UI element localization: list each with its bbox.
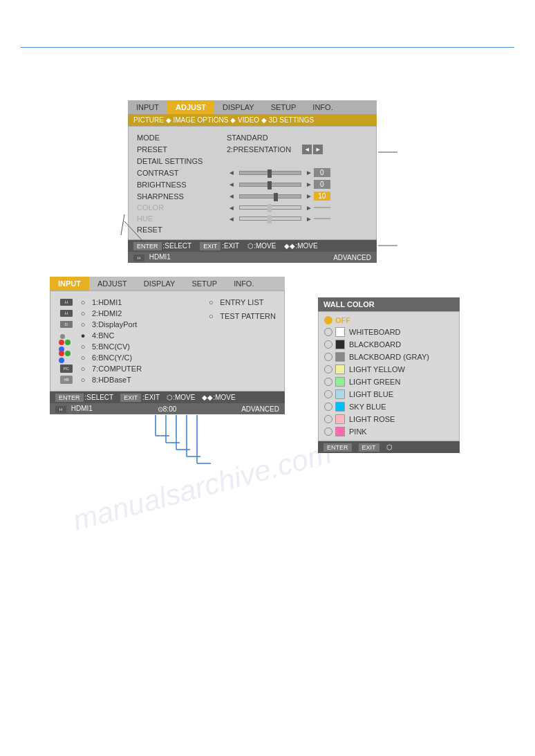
- input-body-layout: H ○ 1:HDMI1 H ○ 2:HDMI2 D: [59, 297, 276, 385]
- wc-light-yellow[interactable]: LIGHT YELLOW: [324, 363, 453, 376]
- input-menu: INPUT ADJUST DISPLAY SETUP INFO. H ○ 1:H…: [50, 277, 285, 414]
- hue-track: [239, 216, 301, 221]
- input-advanced: ADVANCED: [241, 405, 279, 413]
- tab-adjust[interactable]: ADJUST: [167, 100, 214, 114]
- wc-light-rose[interactable]: LIGHT ROSE: [324, 413, 453, 425]
- input-time: ⊙8:00: [158, 405, 176, 413]
- exit-label: EXIT:EXIT: [200, 242, 239, 250]
- wc-pink[interactable]: PINK: [324, 425, 453, 438]
- input-bnc-yc[interactable]: ○ 6:BNC(Y/C): [59, 352, 184, 363]
- wc-light-green-radio: [324, 378, 332, 386]
- wc-sky-blue[interactable]: SKY BLUE: [324, 400, 453, 413]
- color-value: [314, 207, 330, 208]
- tab-input[interactable]: INPUT: [128, 100, 167, 114]
- sharpness-row: SHARPNESS ◄ ► 10: [137, 190, 368, 202]
- input-enter-btn[interactable]: ENTER: [55, 394, 84, 402]
- tab-display[interactable]: DISPLAY: [214, 100, 263, 114]
- tab-info[interactable]: INFO.: [304, 100, 341, 114]
- input-tab-info[interactable]: INFO.: [225, 277, 262, 291]
- mode-value: STANDARD: [227, 133, 368, 142]
- input-bnc-cv[interactable]: ○ 5:BNC(CV): [59, 341, 184, 352]
- sharpness-slider[interactable]: ◄ ► 10: [227, 192, 368, 201]
- wc-light-green-label: LIGHT GREEN: [349, 378, 400, 386]
- dp-icon: D: [59, 320, 74, 329]
- input-hdmi2[interactable]: H ○ 2:HDMI2: [59, 308, 184, 319]
- input-dp[interactable]: D ○ 3:DisplayPort: [59, 319, 184, 330]
- hue-row: HUE ◄ ►: [137, 213, 368, 224]
- wc-light-green[interactable]: LIGHT GREEN: [324, 376, 453, 388]
- hdmi-icon-2: H: [60, 310, 73, 317]
- input-exit-btn[interactable]: EXIT: [120, 394, 141, 402]
- hdmi1-label: 1:HDMI1: [92, 298, 122, 306]
- input-hdbaset[interactable]: HB ○ 8:HDBaseT: [59, 374, 184, 385]
- enter-btn[interactable]: ENTER: [133, 242, 162, 250]
- wc-exit-btn[interactable]: EXIT: [359, 443, 381, 451]
- brightness-row: BRIGHTNESS ◄ ► 0: [137, 178, 368, 190]
- input-computer[interactable]: PC ○ 7:COMPUTER: [59, 363, 184, 374]
- wc-off[interactable]: OFF: [324, 315, 453, 326]
- entry-list-radio: ○: [205, 298, 217, 306]
- brightness-thumb: [268, 181, 272, 190]
- wc-off-label: OFF: [335, 316, 350, 324]
- wc-blackboard-label: BLACKBOARD: [349, 340, 401, 349]
- mode-label: MODE: [137, 133, 227, 142]
- input-tab-setup[interactable]: SETUP: [183, 277, 225, 291]
- wc-whiteboard[interactable]: WHITEBOARD: [324, 326, 453, 338]
- dp-radio: ○: [77, 320, 89, 329]
- wall-color-header: WALL COLOR: [318, 297, 460, 311]
- exit-btn[interactable]: EXIT: [200, 242, 220, 250]
- tab-setup[interactable]: SETUP: [263, 100, 305, 114]
- bnc-yc-label: 6:BNC(Y/C): [92, 353, 132, 362]
- wc-enter-btn[interactable]: ENTER: [323, 443, 353, 451]
- test-pattern-row[interactable]: ○ TEST PATTERN: [205, 311, 276, 322]
- watermark: manualsarchive.com: [69, 436, 335, 537]
- preset-right-arrow[interactable]: ►: [313, 145, 323, 154]
- contrast-slider[interactable]: ◄ ► 0: [227, 168, 368, 177]
- wc-light-green-swatch: [335, 377, 345, 387]
- source-label: H HDMI1: [133, 253, 171, 261]
- sharpness-label: SHARPNESS: [137, 192, 227, 201]
- sharpness-right-arrow: ►: [306, 192, 312, 200]
- hue-thumb: [268, 215, 272, 223]
- sharpness-left-arrow: ◄: [228, 192, 235, 200]
- contrast-track: [239, 171, 301, 175]
- sharpness-value: 10: [314, 192, 330, 201]
- wc-light-blue[interactable]: LIGHT BLUE: [324, 388, 453, 400]
- hdmi2-radio: ○: [77, 309, 89, 317]
- bnc-radio: ●: [77, 331, 89, 340]
- brightness-track: [239, 183, 301, 187]
- wc-sort-label: ⬡: [386, 443, 393, 451]
- menu-tabs: INPUT ADJUST DISPLAY SETUP INFO.: [128, 100, 377, 114]
- wc-blackboard[interactable]: BLACKBOARD: [324, 338, 453, 351]
- wc-blackboard-gray-radio: [324, 353, 332, 361]
- entry-list-row[interactable]: ○ ENTRY LIST: [205, 297, 276, 308]
- advanced-label: ADVANCED: [333, 254, 371, 261]
- preset-left-arrow[interactable]: ◄: [302, 145, 312, 154]
- top-separator-line: [21, 47, 514, 48]
- hdbaset-icon: HB: [59, 376, 74, 384]
- wc-pink-radio: [324, 427, 332, 436]
- wc-off-radio: [324, 316, 332, 324]
- color-thumb: [268, 204, 272, 212]
- input-footer: ENTER:SELECT EXIT:EXIT ⬡:MOVE ◆◆:MOVE: [50, 391, 285, 403]
- svg-line-1: [121, 214, 124, 235]
- preset-arrows: ◄ ►: [302, 145, 323, 154]
- bnc-label: 4:BNC: [92, 331, 114, 340]
- input-tab-adjust[interactable]: ADJUST: [89, 277, 135, 291]
- computer-icon: PC: [59, 365, 74, 373]
- color-slider: ◄ ►: [227, 204, 368, 212]
- input-tab-display[interactable]: DISPLAY: [135, 277, 184, 291]
- input-tab-input[interactable]: INPUT: [50, 277, 89, 291]
- test-pattern-radio: ○: [205, 312, 217, 320]
- brightness-slider[interactable]: ◄ ► 0: [227, 180, 368, 189]
- input-hdmi1[interactable]: H ○ 1:HDMI1: [59, 297, 184, 308]
- wc-light-yellow-swatch: [335, 365, 345, 374]
- dp-label: 3:DisplayPort: [92, 320, 137, 329]
- brightness-label: BRIGHTNESS: [137, 181, 227, 189]
- input-bnc[interactable]: ● 4:BNC: [59, 330, 184, 341]
- wc-blackboard-gray[interactable]: BLACKBOARD (GRAY): [324, 351, 453, 363]
- preset-value: 2:PRESENTATION ◄ ►: [227, 145, 368, 154]
- right-options: ○ ENTRY LIST ○ TEST PATTERN: [205, 297, 276, 385]
- color-label: COLOR: [137, 203, 227, 212]
- wall-color-footer: ENTER EXIT ⬡: [318, 441, 460, 453]
